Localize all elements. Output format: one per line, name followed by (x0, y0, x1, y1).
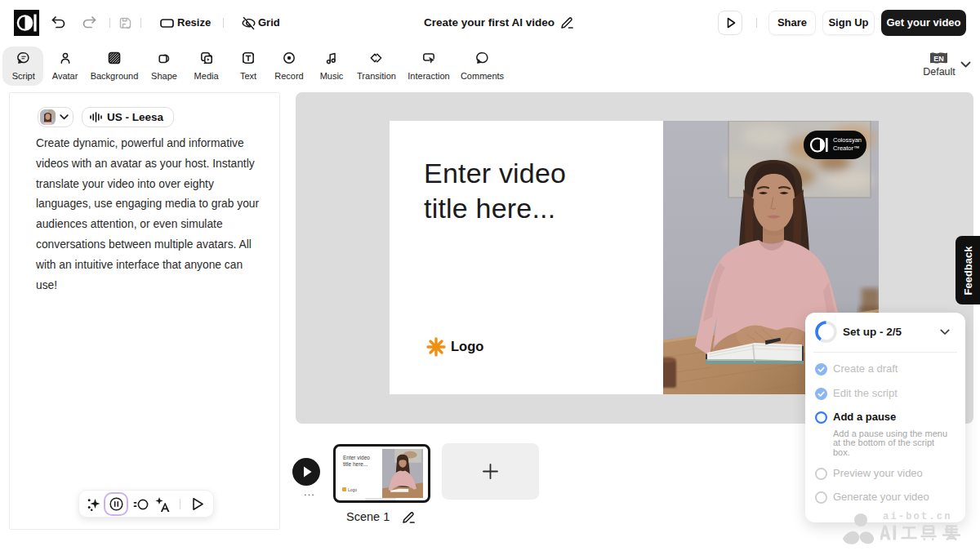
svg-text:EN: EN (933, 55, 944, 63)
